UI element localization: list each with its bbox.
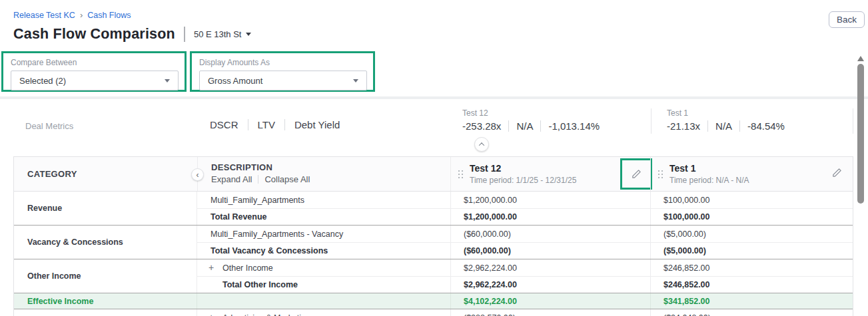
title-row: Cash Flow Comparison 50 E 13th St	[13, 24, 251, 44]
description-column-header: ‹ DESCRIPTION Expand All Collapse All	[197, 157, 450, 191]
description-label: Other Income	[222, 263, 273, 273]
scrollbar-up-arrow-icon[interactable]	[857, 56, 864, 61]
collapse-column-button[interactable]: ‹	[191, 168, 204, 181]
description-cell: + Other Income	[197, 259, 450, 276]
scenario-column-name: Test 1	[669, 163, 853, 174]
breadcrumb-link-cash-flows[interactable]: Cash Flows	[87, 11, 131, 20]
scrollbar-thumb[interactable]	[857, 64, 864, 204]
collapse-metrics-button[interactable]	[474, 137, 489, 152]
divider	[248, 119, 248, 130]
test-1-value: $341,852.00	[650, 293, 853, 309]
test-1-value: ($5,000.00)	[650, 226, 853, 242]
scenario-column-header-test-1: Test 1 Time period: N/A - N/A	[650, 157, 853, 191]
annotation-box-compare-between: Compare Between Selected (2)	[1, 51, 187, 92]
cash-flow-table: CATEGORY ‹ DESCRIPTION Expand All Collap…	[13, 156, 853, 316]
category-group-revenue: Revenue Multi_Family_Apartments $1,200,0…	[14, 192, 853, 225]
description-cell: + Advertising & Marketing	[197, 309, 450, 316]
pencil-icon	[632, 169, 642, 179]
table-row-total: Total Revenue $1,200,000.00 $100,000.00	[197, 208, 853, 225]
scenario-values: -21.13x N/A -84.54%	[667, 120, 785, 132]
divider	[739, 120, 740, 132]
back-button[interactable]: Back	[829, 11, 865, 28]
description-cell	[197, 293, 450, 309]
property-selector-label: 50 E 13th St	[194, 29, 242, 39]
divider	[853, 108, 853, 134]
test-12-value: $1,200,000.00	[450, 192, 650, 208]
compare-between-select[interactable]: Selected (2)	[11, 71, 179, 90]
expand-plus-icon[interactable]: +	[209, 312, 214, 316]
display-amounts-value: Gross Amount	[208, 76, 262, 86]
table-row: + Advertising & Marketing ($288,576.00) …	[197, 309, 853, 316]
test-12-value: $2,962,224.00	[450, 277, 650, 293]
collapse-all-button[interactable]: Collapse All	[264, 174, 310, 184]
table-row: Multi_Family_Apartments - Vacancy ($60,0…	[197, 226, 853, 242]
chevron-up-icon	[479, 142, 484, 148]
dscr-value: -21.13x	[667, 120, 700, 132]
drag-handle-icon[interactable]	[458, 170, 460, 172]
dscr-value: -253.28x	[462, 120, 501, 132]
scenario-name: Test 1	[667, 108, 785, 118]
breadcrumb-link-release-test-kc[interactable]: Release Test KC	[13, 11, 75, 20]
test-12-value: ($60,000.00)	[450, 243, 650, 259]
expand-collapse-controls: Expand All Collapse All	[211, 174, 450, 184]
title-divider	[184, 27, 185, 42]
metric-dscr-label: DSCR	[210, 119, 238, 130]
table-row-total: Total Other Income $2,962,224.00 $246,85…	[197, 276, 853, 293]
chevron-down-icon	[246, 33, 251, 36]
test-12-value: ($288,576.00)	[450, 309, 650, 316]
breadcrumb: Release Test KC › Cash Flows	[13, 10, 131, 20]
deal-metrics-panel: Deal Metrics DSCR LTV Debt Yield Test 12…	[13, 99, 853, 155]
property-selector[interactable]: 50 E 13th St	[194, 29, 252, 39]
category-group-vacancy: Vacancy & Concessions Multi_Family_Apart…	[14, 225, 853, 259]
display-amounts-select[interactable]: Gross Amount	[199, 71, 367, 90]
cash-flow-comparison-page: Release Test KC › Cash Flows Cash Flow C…	[0, 0, 868, 316]
divider	[508, 120, 509, 132]
test-1-value: ($5,000.00)	[650, 243, 853, 259]
chevron-down-icon	[353, 79, 358, 82]
compare-between-label: Compare Between	[11, 58, 179, 67]
scenario-name: Test 12	[462, 108, 600, 118]
divider	[284, 119, 285, 130]
test-1-value: $100,000.00	[650, 192, 853, 208]
table-row: + Other Income $2,962,224.00 $246,852.00	[197, 259, 853, 276]
category-group-expenses: + Advertising & Marketing ($288,576.00) …	[14, 309, 853, 316]
metric-ltv-label: LTV	[258, 119, 275, 130]
ltv-value: N/A	[715, 120, 732, 132]
page-title: Cash Flow Comparison	[13, 26, 175, 43]
description-cell: Multi_Family_Apartments - Vacancy	[197, 226, 450, 242]
test-12-value: $4,102,224.00	[450, 293, 650, 309]
test-1-value: $246,852.00	[650, 259, 853, 276]
scenario-time-period: Time period: N/A - N/A	[669, 176, 853, 185]
test-12-value: $1,200,000.00	[450, 209, 650, 225]
test-1-value: $246,852.00	[650, 277, 853, 293]
description-cell: Total Other Income	[197, 277, 450, 293]
description-cell: Multi_Family_Apartments	[197, 192, 450, 208]
test-12-value: ($60,000.00)	[450, 226, 650, 242]
category-cell	[14, 309, 197, 316]
deal-metrics-label: Deal Metrics	[25, 121, 73, 131]
table-row: Multi_Family_Apartments $1,200,000.00 $1…	[197, 192, 853, 208]
category-column-header: CATEGORY	[14, 157, 197, 191]
test-1-value: $100,000.00	[650, 209, 853, 225]
pencil-icon	[832, 168, 842, 178]
compare-between-value: Selected (2)	[19, 76, 66, 86]
table-row-total: Total Vacancy & Concessions ($60,000.00)…	[197, 242, 853, 259]
scenario-values: -253.28x N/A -1,013.14%	[462, 120, 600, 132]
drag-handle-icon[interactable]	[658, 170, 659, 172]
description-cell: Total Vacancy & Concessions	[197, 243, 450, 259]
edit-scenario-button[interactable]	[832, 168, 842, 178]
expand-all-button[interactable]: Expand All	[211, 174, 252, 184]
table-header-row: CATEGORY ‹ DESCRIPTION Expand All Collap…	[14, 157, 853, 192]
description-header-label: DESCRIPTION	[211, 162, 450, 172]
deal-metrics-test-12: Test 12 -253.28x N/A -1,013.14%	[462, 108, 600, 132]
effective-income-row: Effective Income $4,102,224.00 $341,852.…	[14, 293, 853, 309]
description-cell: Total Revenue	[197, 209, 450, 225]
scenario-column-header-test-12: Test 12 Time period: 1/1/25 - 12/31/25	[450, 157, 650, 191]
chevron-down-icon	[165, 79, 170, 82]
annotation-box-edit-test-12	[620, 158, 652, 190]
expand-plus-icon[interactable]: +	[209, 262, 214, 273]
deal-metric-names: DSCR LTV Debt Yield	[210, 119, 340, 130]
test-12-value: $2,962,224.00	[450, 259, 650, 276]
category-cell: Effective Income	[14, 293, 197, 309]
edit-scenario-button[interactable]	[632, 169, 642, 179]
